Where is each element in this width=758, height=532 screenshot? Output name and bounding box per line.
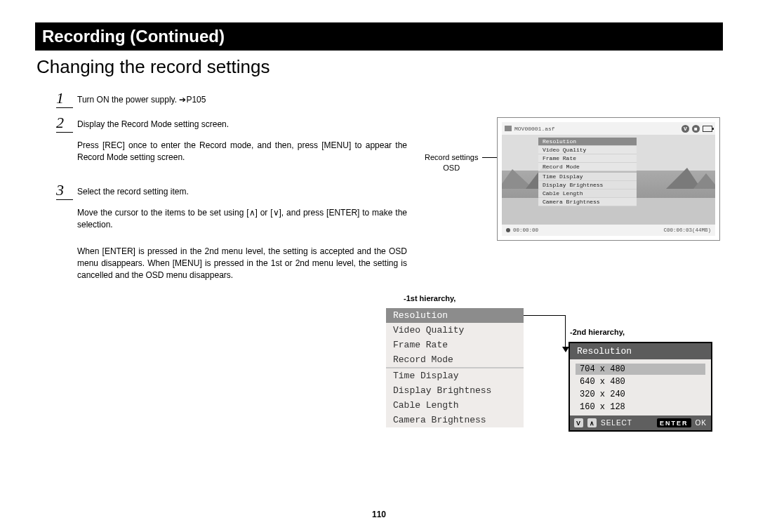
elapsed-time: 00:00:00 xyxy=(513,227,538,233)
step-text: Turn ON the power supply. ➔P105 xyxy=(77,91,407,106)
down-nav-icon: V xyxy=(681,125,689,133)
osd-callout-label: Record settings OSD xyxy=(425,152,478,174)
battery-icon xyxy=(703,126,712,132)
stop-icon: ■ xyxy=(692,125,700,133)
down-key-icon: V xyxy=(574,418,583,427)
menu-item: Video Quality xyxy=(386,323,524,338)
body-area: 1 Turn ON the power supply. ➔P105 2 Disp… xyxy=(35,91,723,484)
second-hierarchy-label: -2nd hierarchy, xyxy=(570,328,625,336)
menu-item: Record Mode xyxy=(386,352,524,367)
osd-item: Resolution xyxy=(538,138,637,146)
osd-item: Display Brightness xyxy=(538,181,637,189)
record-dot-icon xyxy=(506,228,510,232)
camera-screen-illustration: MOV00001.asf V ■ Resolution Video Qualit… xyxy=(497,117,720,241)
menu-item: Resolution xyxy=(386,308,524,323)
menu-item: Frame Rate xyxy=(386,338,524,352)
step-3-body: Move the cursor to the items to be set u… xyxy=(77,207,407,232)
menu-item: Camera Brightness xyxy=(386,413,524,427)
submenu-footer: V ∧ SELECT ENTER OK xyxy=(570,415,711,430)
step-2-body: Press [REC] once to enter the Record mod… xyxy=(77,140,407,164)
osd-item: Camera Brightness xyxy=(538,198,637,206)
menu-first-hierarchy: Resolution Video Quality Frame Rate Reco… xyxy=(386,308,524,427)
osd-item: Record Mode xyxy=(538,163,637,171)
first-hierarchy-label: -1st hierarchy, xyxy=(404,294,456,302)
step-number: 3 xyxy=(56,182,73,200)
screen-titlebar: MOV00001.asf V ■ xyxy=(502,122,715,135)
menu-item: Time Display xyxy=(386,368,524,383)
enter-key-icon: ENTER xyxy=(657,418,691,427)
submenu-title: Resolution xyxy=(570,343,711,359)
menu-item: Cable Length xyxy=(386,398,524,413)
arrow-line xyxy=(524,315,566,316)
osd-item: Video Quality xyxy=(538,146,637,154)
submenu-option: 704 x 480 xyxy=(576,364,705,375)
menu-second-hierarchy: Resolution 704 x 480 640 x 480 320 x 240… xyxy=(568,342,712,432)
osd-item: Frame Rate xyxy=(538,154,637,163)
camera-preview: Resolution Video Quality Frame Rate Reco… xyxy=(502,135,715,225)
step-number: 1 xyxy=(56,91,73,108)
step-text: Display the Record Mode setting screen. xyxy=(77,115,407,131)
section-title: Changing the record settings xyxy=(35,56,723,78)
step-3-note: When [ENTER] is pressed in the 2nd menu … xyxy=(77,246,407,282)
page-number: 110 xyxy=(0,510,758,519)
osd-menu-overlay: Resolution Video Quality Frame Rate Reco… xyxy=(538,138,637,206)
submenu-option: 160 x 128 xyxy=(576,401,705,413)
arrow-line xyxy=(565,315,566,349)
menu-item: Display Brightness xyxy=(386,383,524,398)
osd-callout-text: Record settings OSD xyxy=(425,153,478,172)
screen-bottombar: 00:00:00 C00:06:03(44MB) xyxy=(502,225,715,236)
up-key-icon: ∧ xyxy=(587,418,597,427)
osd-item: Cable Length xyxy=(538,189,637,198)
select-label: SELECT xyxy=(601,419,632,427)
ok-label: OK xyxy=(696,419,707,427)
step-2: 2 Display the Record Mode setting screen… xyxy=(56,115,407,133)
submenu-option: 640 x 480 xyxy=(576,376,705,387)
chapter-header: Recording (Continued) xyxy=(35,22,723,51)
step-1: 1 Turn ON the power supply. ➔P105 xyxy=(56,91,407,108)
osd-item: Time Display xyxy=(538,173,637,181)
step-number: 2 xyxy=(56,115,73,133)
remaining-time: C00:06:03(44MB) xyxy=(663,227,711,233)
step-3: 3 Select the record setting item. xyxy=(56,182,407,200)
camera-icon xyxy=(505,126,512,131)
step-text: Select the record setting item. xyxy=(77,182,407,198)
submenu-option: 320 x 240 xyxy=(576,389,705,400)
instruction-column: 1 Turn ON the power supply. ➔P105 2 Disp… xyxy=(56,91,407,289)
filename-text: MOV00001.asf xyxy=(514,126,555,132)
